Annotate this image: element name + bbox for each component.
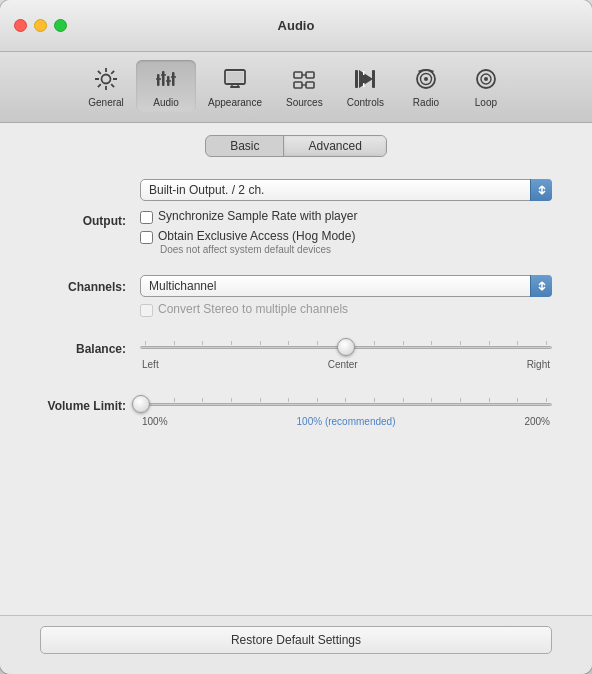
tab-bar: Basic Advanced (0, 123, 592, 169)
output-controls: Synchronize Sample Rate with player Obta… (140, 209, 552, 255)
balance-form-row: Balance: (40, 337, 552, 370)
svg-rect-29 (355, 70, 358, 88)
svg-marker-28 (359, 70, 373, 88)
volume-controls: 100% 100% (recommended) 200% (140, 394, 552, 427)
channels-select[interactable]: Multichannel (140, 275, 552, 297)
toolbar-item-appearance[interactable]: Appearance (196, 60, 274, 112)
toolbar-label-loop: Loop (475, 97, 497, 108)
svg-point-0 (102, 75, 111, 84)
balance-slider-container: Left Center Right (140, 337, 552, 370)
toolbar-label-audio: Audio (153, 97, 179, 108)
sync-checkbox-row: Synchronize Sample Rate with player (140, 209, 552, 224)
toolbar-item-audio[interactable]: Audio (136, 60, 196, 112)
window-controls (14, 19, 67, 32)
balance-right-label: Right (527, 359, 550, 370)
svg-rect-23 (306, 72, 314, 78)
hog-sublabel: Does not affect system default devices (160, 244, 552, 255)
volume-slider-line (140, 403, 552, 406)
volume-label: Volume Limit: (40, 394, 140, 413)
toolbar-label-radio: Radio (413, 97, 439, 108)
output-dropdown-row: Built-in Output. / 2 ch. (140, 179, 552, 201)
volume-slider-track (140, 394, 552, 414)
toolbar-item-radio[interactable]: Radio (396, 60, 456, 112)
controls-icon (350, 64, 380, 94)
appearance-icon (220, 64, 250, 94)
balance-left-label: Left (142, 359, 159, 370)
svg-line-8 (98, 84, 101, 87)
loop-icon (471, 64, 501, 94)
svg-rect-19 (230, 86, 240, 88)
svg-line-7 (111, 71, 114, 74)
window-title: Audio (278, 18, 315, 33)
balance-controls: Left Center Right (140, 337, 552, 370)
svg-rect-30 (372, 70, 375, 88)
convert-checkbox[interactable] (140, 304, 153, 317)
channels-label: Channels: (40, 275, 140, 294)
output-select[interactable]: Built-in Output. / 2 ch. (140, 179, 552, 201)
convert-label: Convert Stereo to multiple channels (158, 302, 348, 316)
svg-rect-9 (157, 74, 160, 86)
restore-button[interactable]: Restore Default Settings (40, 626, 552, 654)
hog-checkbox-row: Obtain Exclusive Access (Hog Mode) (140, 229, 552, 244)
main-window: Audio (0, 0, 592, 674)
svg-rect-32 (363, 83, 365, 87)
tab-advanced[interactable]: Advanced (284, 136, 385, 156)
gear-icon (91, 64, 121, 94)
svg-rect-31 (363, 71, 365, 75)
volume-slider-container: 100% 100% (recommended) 200% (140, 394, 552, 427)
toolbar-item-controls[interactable]: Controls (335, 60, 396, 112)
minimize-button[interactable] (34, 19, 47, 32)
sync-label[interactable]: Synchronize Sample Rate with player (158, 209, 357, 223)
balance-slider-track (140, 337, 552, 357)
titlebar: Audio (0, 0, 592, 52)
bottom-section: Restore Default Settings (0, 615, 592, 674)
equalizer-icon (151, 64, 181, 94)
balance-label: Balance: (40, 337, 140, 356)
tab-basic[interactable]: Basic (206, 136, 283, 156)
balance-thumb[interactable] (337, 338, 355, 356)
main-content: Built-in Output. / 2 ch. Output: Synchro… (0, 169, 592, 615)
channels-controls: Multichannel Convert Stereo to multiple … (140, 275, 552, 317)
tab-group: Basic Advanced (205, 135, 387, 157)
svg-rect-10 (162, 71, 165, 86)
balance-slider-line (140, 346, 552, 349)
toolbar-label-sources: Sources (286, 97, 323, 108)
hog-checkbox[interactable] (140, 231, 153, 244)
hog-label[interactable]: Obtain Exclusive Access (Hog Mode) (158, 229, 355, 243)
toolbar-label-appearance: Appearance (208, 97, 262, 108)
output-form-row: Output: Synchronize Sample Rate with pla… (40, 209, 552, 255)
svg-rect-18 (227, 72, 243, 82)
sources-icon (289, 64, 319, 94)
channels-select-wrapper: Multichannel (140, 275, 552, 297)
close-button[interactable] (14, 19, 27, 32)
volume-min-label: 100% (142, 416, 168, 427)
hog-checkbox-group: Obtain Exclusive Access (Hog Mode) Does … (140, 229, 552, 255)
toolbar-item-sources[interactable]: Sources (274, 60, 335, 112)
svg-rect-22 (294, 72, 302, 78)
toolbar-label-general: General (88, 97, 124, 108)
maximize-button[interactable] (54, 19, 67, 32)
svg-point-35 (424, 77, 428, 81)
sync-checkbox[interactable] (140, 211, 153, 224)
toolbar-label-controls: Controls (347, 97, 384, 108)
volume-thumb[interactable] (132, 395, 150, 413)
svg-rect-24 (294, 82, 302, 88)
balance-slider-labels: Left Center Right (140, 359, 552, 370)
svg-line-5 (98, 71, 101, 74)
volume-recommended-label: 100% (recommended) (297, 416, 396, 427)
output-section: Built-in Output. / 2 ch. Output: Synchro… (40, 169, 552, 255)
toolbar: General Audio (0, 52, 592, 123)
svg-rect-12 (172, 72, 175, 86)
svg-rect-25 (306, 82, 314, 88)
volume-max-label: 200% (524, 416, 550, 427)
toolbar-item-loop[interactable]: Loop (456, 60, 516, 112)
svg-line-6 (111, 84, 114, 87)
radio-icon (411, 64, 441, 94)
convert-checkbox-row: Convert Stereo to multiple channels (140, 302, 552, 317)
toolbar-item-general[interactable]: General (76, 60, 136, 112)
channels-form-row: Channels: Multichannel Convert Stereo to… (40, 275, 552, 317)
output-select-wrapper: Built-in Output. / 2 ch. (140, 179, 552, 201)
svg-point-38 (484, 77, 488, 81)
output-label: Output: (40, 209, 140, 228)
volume-form-row: Volume Limit: (40, 394, 552, 427)
